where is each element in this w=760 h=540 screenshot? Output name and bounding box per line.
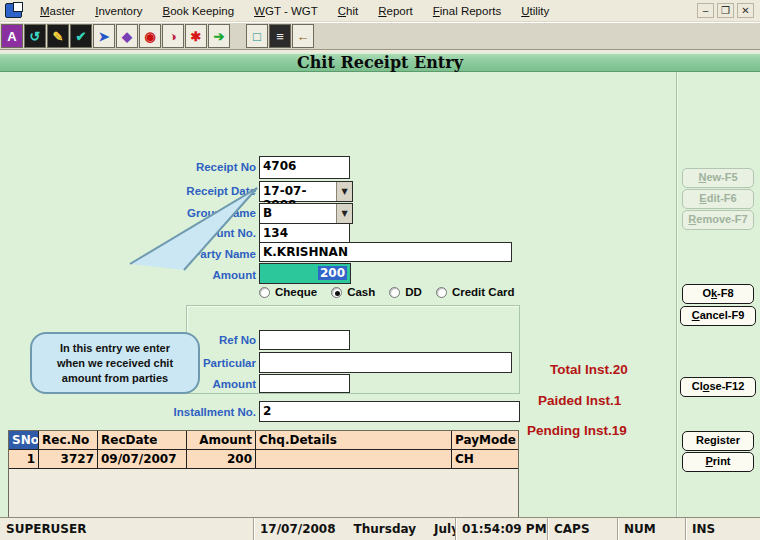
- installment-no-field[interactable]: 2: [259, 401, 520, 422]
- cash-radio[interactable]: [331, 287, 342, 298]
- installment-no-label: Installment No.: [60, 406, 256, 418]
- party-name-label: Party Name: [60, 248, 256, 260]
- receipt-date-dropdown-icon[interactable]: ▼: [336, 182, 352, 201]
- pie-chart-icon[interactable]: ◑: [162, 24, 184, 48]
- total-installments: Total Inst.20: [550, 362, 628, 377]
- cell-amount: 200: [187, 450, 256, 468]
- account-no-field[interactable]: 134: [259, 223, 350, 243]
- status-bar: SUPERUSER 17/07/2008 Thursday July 01:54…: [0, 517, 760, 540]
- callout-line-2: when we received chit: [32, 356, 198, 371]
- particular-field[interactable]: [259, 352, 512, 373]
- callout-bubble: In this entry we enter when we received …: [30, 332, 200, 394]
- party-name-field[interactable]: K.KRISHNAN: [259, 242, 512, 262]
- dd-radio-label[interactable]: DD: [405, 286, 422, 298]
- menu-master[interactable]: Master: [30, 2, 85, 20]
- group-name-label: Group Name: [60, 207, 256, 219]
- menu-report[interactable]: Report: [368, 2, 423, 20]
- account-no-label: Account No.: [60, 227, 256, 239]
- status-user: SUPERUSER: [0, 518, 254, 540]
- group-name-dropdown-icon[interactable]: ▼: [336, 204, 352, 223]
- trash-icon[interactable]: □: [246, 24, 268, 48]
- receipt-date-combo[interactable]: 17-07-2008 ▼: [259, 181, 353, 202]
- remove-button[interactable]: Remove-F7: [682, 210, 754, 230]
- trolley-icon[interactable]: ➤: [93, 24, 115, 48]
- receipt-date-label: Receipt Date: [60, 185, 256, 197]
- table-row[interactable]: 1 3727 09/07/2007 200 CH: [9, 450, 518, 469]
- cheque-amount-field[interactable]: [259, 374, 350, 393]
- register-button[interactable]: Register: [682, 431, 754, 451]
- cheque-radio-label[interactable]: Cheque: [275, 286, 317, 298]
- col-header-amount[interactable]: Amount: [187, 431, 256, 449]
- window-controls: – ❐ ✕: [697, 3, 754, 18]
- chit-receipt-entry-window: Master Inventory Book Keeping WGT - WGT …: [0, 0, 760, 540]
- minimize-button[interactable]: –: [697, 3, 714, 18]
- status-day: Thursday: [354, 522, 416, 536]
- cell-pay-mode: CH: [452, 450, 518, 468]
- menu-book-keeping[interactable]: Book Keeping: [152, 2, 244, 20]
- form-area: Receipt No 4706 Receipt Date 17-07-2008 …: [0, 72, 760, 517]
- col-header-rec-no[interactable]: Rec.No: [39, 431, 98, 449]
- ref-no-field[interactable]: [259, 330, 350, 350]
- exit-door-icon[interactable]: ←: [292, 24, 314, 48]
- status-time: 01:54:09 PM: [456, 518, 548, 540]
- paided-installments: Paided Inst.1: [538, 393, 621, 408]
- callout-line-3: amount from parties: [32, 371, 198, 386]
- amount-label: Amount: [60, 269, 256, 281]
- font-icon[interactable]: A: [1, 24, 23, 48]
- close-button[interactable]: Close-F12: [680, 377, 756, 397]
- menu-final-reports[interactable]: Final Reports: [423, 2, 511, 20]
- cancel-button[interactable]: Cancel-F9: [680, 306, 756, 326]
- clock-refresh-icon[interactable]: ↺: [24, 24, 46, 48]
- close-window-button[interactable]: ✕: [737, 3, 754, 18]
- receipt-no-field[interactable]: 4706: [259, 156, 350, 179]
- ok-button[interactable]: Ok-F8: [682, 284, 754, 304]
- group-name-value: B: [260, 204, 336, 223]
- checkmark-icon[interactable]: ✔: [70, 24, 92, 48]
- hand-icon[interactable]: ➔: [208, 24, 230, 48]
- new-button[interactable]: New-F5: [682, 168, 754, 188]
- col-header-chq-details[interactable]: Chq.Details: [256, 431, 452, 449]
- panel-divider: [676, 72, 677, 517]
- receipt-no-label: Receipt No: [60, 161, 256, 173]
- dd-radio[interactable]: [389, 287, 400, 298]
- disc-icon[interactable]: ◉: [139, 24, 161, 48]
- col-header-rec-date[interactable]: RecDate: [98, 431, 187, 449]
- menu-wgt-wgt[interactable]: WGT - WGT: [244, 2, 328, 20]
- cell-rec-date: 09/07/2007: [98, 450, 187, 468]
- page-title: Chit Receipt Entry: [0, 53, 760, 72]
- status-month: July: [434, 522, 456, 536]
- restore-button[interactable]: ❐: [717, 3, 734, 18]
- menu-utility[interactable]: Utility: [511, 2, 559, 20]
- status-date-cell: 17/07/2008 Thursday July: [254, 518, 456, 540]
- amount-field[interactable]: 200: [259, 263, 351, 284]
- col-header-sno[interactable]: SNo: [9, 431, 39, 449]
- menu-bar: Master Inventory Book Keeping WGT - WGT …: [0, 0, 760, 22]
- toolbar: A ↺ ✎ ✔ ➤ ◆ ◉ ◑ ✱ ➔ □ ≡ ←: [0, 22, 760, 50]
- cell-rec-no: 3727: [39, 450, 98, 468]
- cash-radio-label[interactable]: Cash: [347, 286, 375, 298]
- menu-chit[interactable]: Chit: [328, 2, 368, 20]
- cell-sno: 1: [9, 450, 39, 468]
- edit-button[interactable]: Edit-F6: [682, 189, 754, 209]
- cell-chq-details: [256, 450, 452, 468]
- eraser-icon[interactable]: ◆: [116, 24, 138, 48]
- status-date: 17/07/2008: [260, 522, 336, 536]
- bug-icon[interactable]: ✱: [185, 24, 207, 48]
- print-button[interactable]: Print: [682, 452, 754, 472]
- menu-inventory[interactable]: Inventory: [85, 2, 152, 20]
- ledger-icon[interactable]: ≡: [269, 24, 291, 48]
- credit-card-radio[interactable]: [436, 287, 447, 298]
- status-caps: CAPS: [548, 518, 618, 540]
- cheque-radio[interactable]: [259, 287, 270, 298]
- status-ins: INS: [686, 518, 760, 540]
- receipt-date-value: 17-07-2008: [260, 182, 336, 201]
- app-icon: [5, 3, 22, 18]
- payment-mode-group: Cheque Cash DD Credit Card: [259, 286, 529, 298]
- col-header-pay-mode[interactable]: PayMode: [452, 431, 518, 449]
- amount-selected-value: 200: [318, 266, 347, 280]
- edit-note-icon[interactable]: ✎: [47, 24, 69, 48]
- credit-card-radio-label[interactable]: Credit Card: [452, 286, 515, 298]
- group-name-combo[interactable]: B ▼: [259, 203, 353, 224]
- callout-line-1: In this entry we enter: [32, 341, 198, 356]
- grid-header-row: SNo Rec.No RecDate Amount Chq.Details Pa…: [9, 431, 518, 450]
